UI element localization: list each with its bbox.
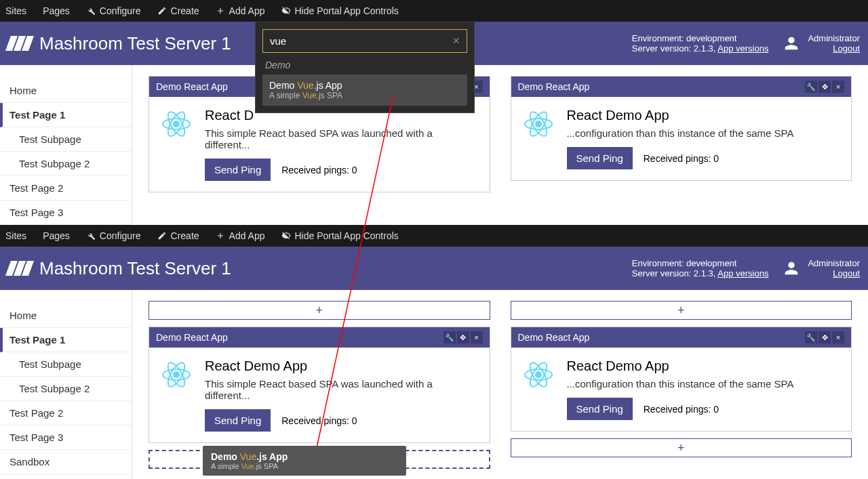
- sidebar-item[interactable]: Test Page 3: [0, 425, 132, 450]
- sidebar-bottom: HomeTest Page 1Test SubpageTest Subpage …: [0, 290, 132, 479]
- hide-controls-menu[interactable]: Hide Portal App Controls: [281, 230, 399, 241]
- sidebar-item[interactable]: Home: [0, 79, 132, 103]
- app-versions-link[interactable]: App versions: [717, 268, 768, 278]
- content-bottom: + Demo React App 🔧 ✥ × React Demo App: [132, 290, 868, 479]
- add-app-bar[interactable]: +: [511, 301, 852, 320]
- sidebar-item[interactable]: Test Subpage 2: [0, 152, 132, 176]
- svg-point-12: [536, 372, 541, 377]
- plus-icon: [216, 6, 225, 16]
- sidebar-item[interactable]: Test Subpage: [0, 352, 132, 377]
- search-category: Demo: [265, 60, 465, 70]
- close-button[interactable]: ×: [471, 331, 483, 343]
- btn-row: Send Ping Received pings: 0: [567, 147, 794, 169]
- wrench-button[interactable]: 🔧: [805, 331, 817, 343]
- card-react-left: Demo React App 🔧 ✥ × React Demo App This…: [149, 327, 490, 443]
- create-menu[interactable]: Create: [157, 5, 199, 16]
- card-body: React Demo App This simple React based S…: [149, 348, 490, 442]
- card-controls: 🔧 ✥ ×: [443, 331, 483, 343]
- logo-icon: [8, 36, 31, 51]
- sidebar-item[interactable]: Test Page 2: [0, 176, 132, 201]
- portal-title: Mashroom Test Server 1: [39, 258, 231, 279]
- card-title: Demo React App: [518, 81, 590, 92]
- col-right-bottom: + Demo React App 🔧 ✥ × React Demo App: [511, 301, 852, 476]
- move-button[interactable]: ✥: [818, 331, 831, 343]
- add-app-menu[interactable]: Add App: [216, 230, 265, 241]
- sidebar-top: HomeTest Page 1Test SubpageTest Subpage …: [0, 65, 132, 225]
- card-controls: 🔧 ✥ ×: [805, 81, 844, 93]
- send-ping-button[interactable]: Send Ping: [567, 398, 633, 420]
- close-button[interactable]: ×: [832, 81, 844, 93]
- react-icon: [160, 358, 193, 391]
- result-desc: A simple Vue.js SPA: [269, 91, 460, 100]
- create-menu[interactable]: Create: [157, 230, 199, 241]
- sidebar-item[interactable]: Home: [0, 304, 132, 328]
- brand: Mashroom Test Server 1: [8, 258, 231, 279]
- send-ping-button[interactable]: Send Ping: [567, 147, 633, 169]
- close-button[interactable]: ×: [832, 331, 844, 343]
- sites-label: Sites: [5, 5, 26, 16]
- user-text: Administrator Logout: [808, 33, 860, 54]
- add-app-bar[interactable]: +: [511, 438, 852, 457]
- hide-controls-menu[interactable]: Hide Portal App Controls: [281, 5, 399, 16]
- sidebar-item[interactable]: Test Page 1: [0, 103, 132, 127]
- add-app-menu[interactable]: Add App: [216, 5, 265, 16]
- svg-point-4: [536, 121, 541, 127]
- move-button[interactable]: ✥: [818, 81, 831, 93]
- send-ping-button[interactable]: Send Ping: [205, 409, 271, 432]
- card-title: Demo React App: [156, 81, 228, 92]
- logout-link[interactable]: Logout: [833, 43, 860, 54]
- version-line: Server version: 2.1.3, App versions: [632, 43, 769, 54]
- add-app-bar[interactable]: +: [149, 301, 490, 320]
- brand: Mashroom Test Server 1: [8, 33, 231, 54]
- card-content: React Demo App This simple React based S…: [205, 358, 479, 432]
- wrench-button[interactable]: 🔧: [443, 331, 456, 343]
- plus-icon: +: [677, 441, 685, 455]
- eye-off-icon: [281, 231, 291, 241]
- content-top: Demo React App 🔧 ✥ × React D This simple…: [132, 65, 868, 225]
- env-label: Environment: development: [632, 33, 769, 43]
- send-ping-button[interactable]: Send Ping: [205, 159, 271, 181]
- header-right: Environment: development Server version:…: [632, 258, 860, 278]
- create-label: Create: [171, 5, 199, 16]
- sites-menu[interactable]: Sites: [5, 230, 26, 241]
- card-react-right: Demo React App 🔧 ✥ × React Demo App ...c…: [511, 76, 852, 181]
- sites-menu[interactable]: Sites: [5, 5, 26, 16]
- pings-label: Received pings: 0: [281, 165, 357, 175]
- user-name: Administrator: [808, 33, 860, 43]
- sidebar-item[interactable]: Test Subpage 2: [0, 377, 132, 401]
- card-content: React D This simple React based SPA was …: [205, 108, 479, 181]
- card-content: React Demo App ...configuration than thi…: [567, 358, 794, 420]
- drop-target-bar[interactable]: +: [149, 450, 490, 469]
- svg-point-0: [174, 121, 179, 127]
- configure-menu[interactable]: Configure: [86, 230, 141, 241]
- search-result-item[interactable]: Demo Vue.js App A simple Vue.js SPA: [262, 75, 467, 106]
- top-panel: Sites Pages Configure Create Add App Hid…: [0, 0, 868, 225]
- sidebar-item[interactable]: Test Page 3: [0, 201, 132, 225]
- clear-icon[interactable]: ×: [452, 34, 460, 48]
- app-search-popup: × Demo Demo Vue.js App A simple Vue.js S…: [255, 22, 475, 113]
- card-header: Demo React App 🔧 ✥ ×: [149, 327, 490, 348]
- react-icon: [522, 358, 555, 391]
- card-header: Demo React App 🔧 ✥ ×: [511, 77, 852, 97]
- move-button[interactable]: ✥: [457, 331, 469, 343]
- app-desc: This simple React based SPA was launched…: [205, 127, 479, 150]
- portal-title: Mashroom Test Server 1: [39, 33, 231, 54]
- sidebar-item[interactable]: Test Subpage: [0, 127, 132, 152]
- result-title: Demo Vue.js App: [269, 80, 460, 91]
- sidebar-item[interactable]: Test Page 1: [0, 328, 132, 352]
- logo-icon: [8, 261, 31, 276]
- app-versions-link[interactable]: App versions: [717, 43, 768, 54]
- logout-link[interactable]: Logout: [833, 268, 860, 278]
- sidebar-item[interactable]: Sandbox: [0, 450, 132, 474]
- svg-point-8: [174, 372, 179, 377]
- pages-menu[interactable]: Pages: [43, 5, 70, 16]
- card-react-right: Demo React App 🔧 ✥ × React Demo App ...c…: [511, 327, 852, 432]
- plus-icon: +: [315, 304, 323, 318]
- pages-menu[interactable]: Pages: [43, 230, 70, 241]
- wrench-icon: [86, 6, 96, 16]
- wrench-button[interactable]: 🔧: [805, 81, 817, 93]
- sidebar-item[interactable]: Test Page 2: [0, 401, 132, 425]
- configure-menu[interactable]: Configure: [86, 5, 141, 16]
- search-input[interactable]: [270, 35, 452, 47]
- react-icon: [522, 108, 555, 140]
